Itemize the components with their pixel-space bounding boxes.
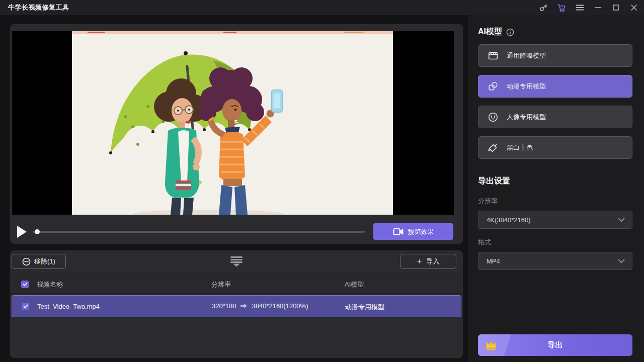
info-icon[interactable] (506, 28, 514, 36)
cart-icon[interactable] (554, 0, 569, 15)
export-button-label: 导出 (548, 340, 563, 350)
model-button-colorize[interactable]: 黑白上色 (478, 136, 632, 159)
resolution-dropdown[interactable]: 4K(3840*2160) (478, 211, 632, 229)
video-preview-panel: 预览效果 (10, 24, 463, 244)
preview-effect-label: 预览效果 (408, 227, 434, 236)
ai-model-heading: AI模型 (478, 27, 502, 37)
player-controls: 预览效果 (10, 220, 463, 243)
model-button-anime[interactable]: 动漫专用模型 (478, 75, 632, 98)
ai-model-section-title: AI模型 (478, 27, 514, 37)
model-label: 黑白上色 (507, 143, 533, 152)
row-resolution: 320*180 3840*2160(1200%) (212, 302, 308, 310)
menu-icon[interactable] (573, 0, 587, 15)
resolution-to: 3840*2160(1200%) (252, 302, 308, 310)
close-icon[interactable] (627, 0, 641, 15)
export-settings-heading: 导出设置 (478, 176, 510, 187)
video-preview-frame (12, 31, 454, 215)
video-cartoon-still (12, 31, 454, 215)
import-button[interactable]: + 导入 (400, 254, 456, 269)
portrait-face-icon (488, 112, 499, 123)
column-ai-model: AI模型 (345, 280, 364, 289)
playback-slider[interactable] (33, 230, 365, 233)
minus-circle-icon (22, 257, 31, 266)
model-button-general-denoise[interactable]: 通用降噪模型 (478, 44, 632, 67)
column-resolution: 分辨率 (211, 280, 231, 289)
model-button-portrait[interactable]: 人像专用模型 (478, 106, 632, 128)
import-button-label: 导入 (426, 257, 439, 266)
column-video-name: 视频名称 (37, 280, 63, 289)
slider-track[interactable] (33, 231, 365, 233)
format-dropdown[interactable]: MP4 (478, 252, 632, 270)
select-all-checkbox[interactable] (21, 281, 29, 288)
file-table-header: 视频名称 分辨率 AI模型 (10, 274, 463, 294)
chevron-down-icon (618, 259, 625, 263)
preview-effect-button[interactable]: 预览效果 (373, 223, 453, 240)
remove-button-label: 移除(1) (34, 257, 55, 266)
video-camera-icon (393, 228, 404, 236)
arrow-right-icon (240, 303, 248, 309)
export-button[interactable]: 导出 (478, 334, 632, 356)
plus-icon: + (417, 257, 422, 266)
play-button[interactable] (16, 225, 29, 239)
model-label: 通用降噪模型 (507, 51, 546, 60)
resolution-from: 320*180 (212, 302, 236, 310)
chevron-down-icon (618, 218, 625, 222)
format-label: 格式 (478, 238, 491, 247)
row-ai-model: 动漫专用模型 (345, 303, 384, 312)
file-list-toolbar: 移除(1) + 导入 (10, 250, 463, 274)
minimize-icon[interactable] (591, 0, 605, 15)
row-video-name: Test_Video_Two.mp4 (37, 303, 100, 310)
model-label: 动漫专用模型 (507, 82, 546, 91)
titlebar: 牛学长视频修复工具 (0, 0, 644, 15)
sidebar: AI模型 通用降噪模型 动漫专用模型 人像专用模型 (468, 15, 644, 362)
row-checkbox[interactable] (22, 303, 29, 310)
slider-thumb[interactable] (35, 229, 40, 234)
model-label: 人像专用模型 (507, 113, 546, 122)
key-icon[interactable] (536, 0, 550, 15)
app-title: 牛学长视频修复工具 (8, 3, 69, 12)
film-clapper-icon (488, 50, 499, 61)
resolution-value: 4K(3840*2160) (487, 216, 618, 224)
colorize-brush-icon (488, 142, 499, 153)
titlebar-buttons (536, 0, 641, 15)
maximize-icon[interactable] (609, 0, 623, 15)
video-row-selected[interactable]: Test_Video_Two.mp4 320*180 3840*2160(120… (12, 295, 461, 317)
file-list-panel: 移除(1) + 导入 视频名称 分辨率 AI模型 Test_Video_Two.… (10, 250, 463, 358)
remove-button[interactable]: 移除(1) (12, 254, 66, 269)
collapse-panel-icon[interactable] (228, 256, 245, 269)
anime-shapes-icon (488, 81, 499, 92)
crown-icon (484, 338, 498, 353)
resolution-label: 分辨率 (478, 197, 498, 206)
format-value: MP4 (487, 257, 618, 265)
